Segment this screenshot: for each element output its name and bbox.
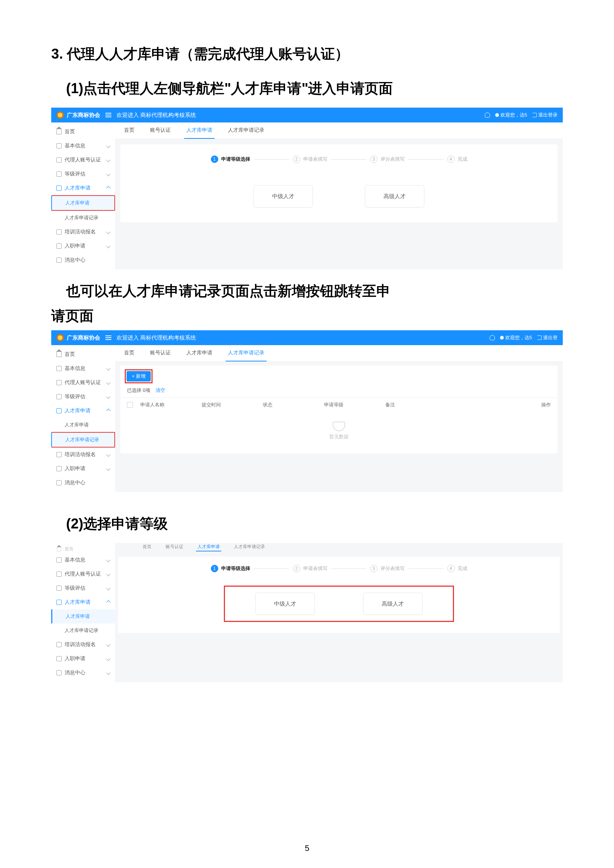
chevron-down-icon xyxy=(106,586,110,590)
sidebar: 首页 基本信息 代理人账号认证 等级评估 人才库申请 人才库申请 人才库申请记录… xyxy=(51,345,115,492)
step-indicator: 1申请等级选择 2申请表填写 3评分表填写 4完成 xyxy=(124,152,554,178)
tab-home[interactable]: 首页 xyxy=(141,543,153,552)
sidebar-item-basic[interactable]: 基本信息 xyxy=(51,553,115,567)
tab-talent-apply[interactable]: 人才库申请 xyxy=(184,345,215,361)
chevron-up-icon xyxy=(106,409,110,413)
step-connector xyxy=(254,159,289,160)
mid-paragraph-cont: 请页面 xyxy=(51,305,563,327)
sidebar-sub-talent-records[interactable]: 人才库申请记录 xyxy=(51,211,115,225)
chevron-up-icon xyxy=(106,600,110,604)
option-high-level[interactable]: 高级人才 xyxy=(363,593,422,615)
step-2: 2申请表填写 xyxy=(293,155,327,163)
sidebar-item-basic[interactable]: 基本信息 xyxy=(51,139,115,153)
menu-toggle-icon[interactable] xyxy=(105,335,112,340)
col-level: 申请等级 xyxy=(324,401,385,408)
step-connector xyxy=(408,569,443,569)
app-topbar: 广东商标协会 欢迎进入 商标代理机构考核系统 欢迎您，达5 退出登录 xyxy=(51,108,563,122)
tab-auth[interactable]: 账号认证 xyxy=(148,122,173,139)
chevron-down-icon xyxy=(106,366,110,370)
badge-icon xyxy=(56,586,62,591)
tab-talent-apply[interactable]: 人才库申请 xyxy=(196,543,221,552)
message-icon xyxy=(56,670,62,676)
selected-count: 已选择 0项 xyxy=(127,387,150,394)
sidebar-item-onboard[interactable]: 入职申请 xyxy=(51,462,115,476)
logout-icon xyxy=(537,335,542,340)
chevron-down-icon xyxy=(106,244,110,248)
screenshot-1: 广东商标协会 欢迎进入 商标代理机构考核系统 欢迎您，达5 退出登录 首页 基本… xyxy=(51,108,563,270)
screenshot-2: 广东商标协会 欢迎进入 商标代理机构考核系统 欢迎您，达5 退出登 首页 基本信… xyxy=(51,330,563,492)
sidebar-item-home[interactable]: 首页 xyxy=(51,545,115,553)
sidebar-item-messages[interactable]: 消息中心 xyxy=(51,666,115,680)
sidebar-item-grade[interactable]: 等级评估 xyxy=(51,167,115,181)
sidebar-item-home[interactable]: 首页 xyxy=(51,125,115,139)
main-area: 首页 账号认证 人才库申请 人才库申请记录 1申请等级选择 2申请表填写 3评分… xyxy=(115,122,563,270)
empty-state: 暂无数据 xyxy=(120,412,558,451)
content-panel: 1申请等级选择 2申请表填写 3评分表填写 4完成 中级人才 高级人才 xyxy=(120,144,558,222)
welcome-text: 欢迎进入 商标代理机构考核系统 xyxy=(116,112,196,119)
level-options: 中级人才 高级人才 xyxy=(124,178,554,215)
brand-logo-icon xyxy=(56,334,64,341)
sidebar-item-messages[interactable]: 消息中心 xyxy=(51,253,115,267)
sidebar-sub-talent-apply[interactable]: 人才库申请 xyxy=(51,418,115,432)
tab-talent-records[interactable]: 人才库申请记录 xyxy=(226,345,267,361)
highlight-level-options: 中级人才 高级人才 xyxy=(224,586,454,622)
tab-auth[interactable]: 账号认证 xyxy=(164,543,185,552)
sidebar-item-home[interactable]: 首页 xyxy=(51,347,115,361)
sidebar-item-talent[interactable]: 人才库申请 xyxy=(51,404,115,418)
tab-talent-records[interactable]: 人才库申请记录 xyxy=(233,543,267,552)
sidebar-item-auth[interactable]: 代理人账号认证 xyxy=(51,567,115,581)
sidebar-item-basic[interactable]: 基本信息 xyxy=(51,361,115,375)
tab-talent-records[interactable]: 人才库申请记录 xyxy=(226,122,267,139)
avatar-icon xyxy=(500,336,504,339)
clear-selection-link[interactable]: 清空 xyxy=(155,387,165,394)
step-connector xyxy=(331,159,366,160)
user-icon xyxy=(56,557,62,563)
sidebar-sub-talent-records[interactable]: 人才库申请记录 xyxy=(51,623,115,637)
chevron-down-icon xyxy=(106,380,110,384)
sidebar-sub-talent-apply[interactable]: 人才库申请 xyxy=(51,195,115,211)
sidebar-item-training[interactable]: 培训活动报名 xyxy=(51,637,115,652)
chevron-down-icon xyxy=(106,172,110,176)
sidebar-item-training[interactable]: 培训活动报名 xyxy=(51,448,115,462)
bell-icon[interactable] xyxy=(485,112,490,118)
brand: 广东商标协会 xyxy=(56,111,100,119)
tab-auth[interactable]: 账号认证 xyxy=(148,345,173,361)
tab-home[interactable]: 首页 xyxy=(122,122,136,139)
logout-link[interactable]: 退出登录 xyxy=(532,112,558,118)
sidebar-sub-talent-apply[interactable]: 人才库申请 xyxy=(51,609,115,623)
brand-name: 广东商标协会 xyxy=(67,112,100,119)
bell-icon[interactable] xyxy=(490,335,495,340)
tab-talent-apply[interactable]: 人才库申请 xyxy=(184,122,215,139)
id-icon xyxy=(56,157,62,163)
sidebar-item-talent[interactable]: 人才库申请 xyxy=(51,181,115,195)
sidebar-item-talent[interactable]: 人才库申请 xyxy=(51,595,115,609)
badge-icon xyxy=(56,394,62,399)
tab-home[interactable]: 首页 xyxy=(122,345,136,361)
app-topbar: 广东商标协会 欢迎进入 商标代理机构考核系统 欢迎您，达5 退出登 xyxy=(51,330,563,345)
chevron-down-icon xyxy=(106,642,110,646)
step-3: 3评分表填写 xyxy=(370,155,405,163)
col-status: 状态 xyxy=(263,401,324,408)
sidebar-item-auth[interactable]: 代理人账号认证 xyxy=(51,375,115,390)
sidebar-item-grade[interactable]: 等级评估 xyxy=(51,390,115,404)
sidebar-item-onboard[interactable]: 入职申请 xyxy=(51,652,115,666)
option-mid-level[interactable]: 中级人才 xyxy=(254,185,313,208)
select-all-checkbox[interactable] xyxy=(127,402,133,408)
option-high-level[interactable]: 高级人才 xyxy=(365,185,424,208)
tab-bar: 首页 账号认证 人才库申请 人才库申请记录 xyxy=(115,543,563,554)
col-applicant: 申请人名称 xyxy=(140,401,202,408)
sidebar-item-grade[interactable]: 等级评估 xyxy=(51,581,115,595)
sidebar-item-onboard[interactable]: 入职申请 xyxy=(51,239,115,253)
menu-toggle-icon[interactable] xyxy=(105,113,112,117)
home-icon xyxy=(56,352,62,357)
new-record-button[interactable]: + 新增 xyxy=(127,371,151,381)
step-2: 2申请表填写 xyxy=(293,565,327,572)
chevron-down-icon xyxy=(106,158,110,162)
welcome-text: 欢迎进入 商标代理机构考核系统 xyxy=(116,334,196,341)
sidebar-sub-talent-records[interactable]: 人才库申请记录 xyxy=(51,432,115,448)
option-mid-level[interactable]: 中级人才 xyxy=(256,593,315,615)
sidebar-item-training[interactable]: 培训活动报名 xyxy=(51,225,115,239)
sidebar-item-messages[interactable]: 消息中心 xyxy=(51,476,115,490)
sidebar-item-auth[interactable]: 代理人账号认证 xyxy=(51,153,115,167)
logout-link[interactable]: 退出登 xyxy=(537,334,558,341)
